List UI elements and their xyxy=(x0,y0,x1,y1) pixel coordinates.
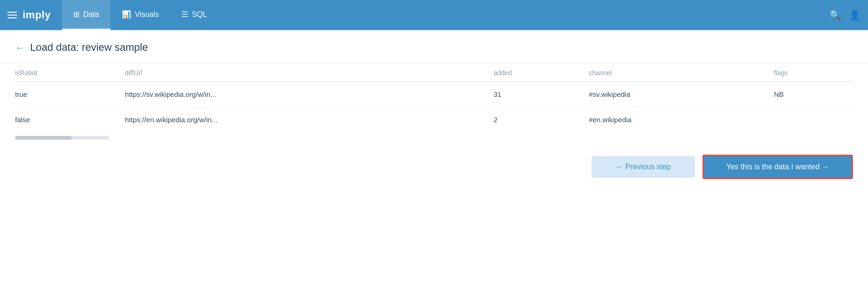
data-table-container: isRobot diffUrl added channel flags true… xyxy=(0,63,868,143)
scroll-thumb xyxy=(15,136,71,140)
col-header-isRobot: isRobot xyxy=(15,63,125,82)
nav-right-actions: 🔍 👤 xyxy=(829,9,860,21)
cell-flags-1: NB xyxy=(774,82,853,107)
cell-diffUrl-1: https://sv.wikipedia.org/w/in... xyxy=(125,82,494,107)
table-header-row: isRobot diffUrl added channel flags xyxy=(15,63,853,82)
page-content: ← Load data: review sample isRobot diffU… xyxy=(0,30,868,284)
data-table: isRobot diffUrl added channel flags true… xyxy=(15,63,853,132)
col-header-diffUrl: diffUrl xyxy=(125,63,494,82)
cell-added-1: 31 xyxy=(494,82,589,107)
nav-tab-data[interactable]: ⊞ Data xyxy=(62,0,110,30)
cell-flags-2 xyxy=(774,107,853,133)
back-button[interactable]: ← xyxy=(15,42,24,53)
cell-isRobot-2: false xyxy=(15,107,125,133)
data-icon: ⊞ xyxy=(73,10,79,19)
table-wrapper: isRobot diffUrl added channel flags true… xyxy=(15,63,853,140)
col-header-channel: channel xyxy=(589,63,774,82)
footer-bar: ← Previous step Yes this is the data I w… xyxy=(0,143,868,190)
search-icon[interactable]: 🔍 xyxy=(829,9,841,21)
menu-icon[interactable] xyxy=(8,12,17,18)
visuals-icon: 📊 xyxy=(122,10,131,19)
cell-channel-1: #sv.wikipedia xyxy=(589,82,774,107)
confirm-data-button[interactable]: Yes this is the data I wanted → xyxy=(702,155,853,179)
nav-tab-visuals[interactable]: 📊 Visuals xyxy=(110,0,170,30)
brand-logo: imply xyxy=(23,9,51,21)
nav-tab-sql[interactable]: ☰ SQL xyxy=(170,0,218,30)
horizontal-scrollbar[interactable] xyxy=(15,136,109,140)
cell-channel-2: #en.wikipedia xyxy=(589,107,774,133)
col-header-added: added xyxy=(494,63,589,82)
cell-diffUrl-2: https://en.wikipedia.org/w/in... xyxy=(125,107,494,133)
page-header: ← Load data: review sample xyxy=(0,30,868,63)
cell-isRobot-1: true xyxy=(15,82,125,107)
previous-step-button[interactable]: ← Previous step xyxy=(592,156,695,178)
page-title: Load data: review sample xyxy=(30,41,148,54)
cell-added-2: 2 xyxy=(494,107,589,133)
user-icon[interactable]: 👤 xyxy=(849,9,860,21)
top-nav: imply ⊞ Data 📊 Visuals ☰ SQL 🔍 👤 xyxy=(0,0,868,30)
table-row: true https://sv.wikipedia.org/w/in... 31… xyxy=(15,82,853,107)
col-header-flags: flags xyxy=(774,63,853,82)
sql-icon: ☰ xyxy=(181,10,188,19)
table-row: false https://en.wikipedia.org/w/in... 2… xyxy=(15,107,853,133)
